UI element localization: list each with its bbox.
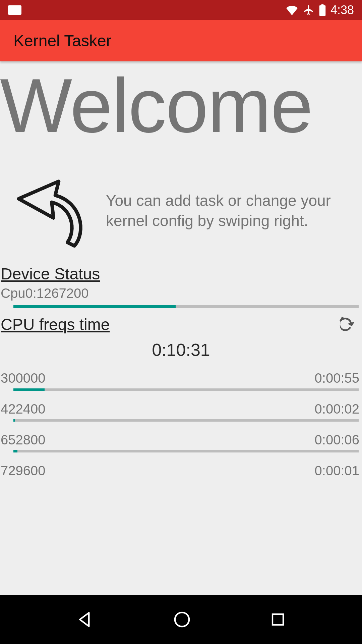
cpu-freqs-header: CPU freqs time <box>0 314 362 334</box>
notification-icon <box>8 5 21 15</box>
app-bar: Kernel Tasker <box>0 20 362 61</box>
freq-value: 729600 <box>1 463 45 478</box>
freq-time: 0:00:01 <box>315 463 359 478</box>
status-bar-left <box>8 5 21 15</box>
freq-rows-container: 3000000:00:554224000:00:026528000:00:067… <box>0 371 362 478</box>
svg-rect-3 <box>273 614 283 625</box>
airplane-mode-icon <box>303 4 314 16</box>
freq-time: 0:00:02 <box>315 401 359 417</box>
hint-text: You can add task or change your kernel c… <box>106 191 362 231</box>
svg-rect-1 <box>321 4 324 6</box>
wifi-icon <box>286 4 298 16</box>
freq-progress <box>13 419 359 422</box>
nav-recent-icon[interactable] <box>270 611 286 628</box>
freq-row: 6528000:00:06 <box>0 432 362 447</box>
freq-progress-fill <box>13 450 17 452</box>
status-bar: 4:38 <box>0 0 362 20</box>
freq-value: 422400 <box>1 401 45 417</box>
refresh-icon[interactable] <box>335 314 355 334</box>
freq-row: 7296000:00:01 <box>0 463 362 478</box>
freq-time: 0:00:06 <box>315 432 359 447</box>
device-status-heading: Device Status <box>0 265 362 283</box>
freq-time: 0:00:55 <box>315 371 359 386</box>
nav-home-icon[interactable] <box>173 610 191 629</box>
battery-icon <box>319 4 326 16</box>
swipe-left-arrow-icon <box>13 167 101 255</box>
welcome-heading: Welcome <box>0 67 362 144</box>
freq-progress-fill <box>13 388 45 391</box>
freq-row: 3000000:00:55 <box>0 371 362 386</box>
content-area[interactable]: Welcome You can add task or change your … <box>0 61 362 595</box>
hint-row: You can add task or change your kernel c… <box>0 167 362 255</box>
freq-value: 652800 <box>1 432 45 447</box>
android-nav-bar <box>0 595 362 644</box>
freq-progress <box>13 388 359 391</box>
cpu0-progress-fill <box>13 305 176 308</box>
freq-value: 300000 <box>1 371 45 386</box>
app-title: Kernel Tasker <box>13 32 112 50</box>
freq-row: 4224000:00:02 <box>0 401 362 417</box>
cpu0-progress <box>13 305 359 308</box>
status-time: 4:38 <box>330 3 354 17</box>
cpu0-label: Cpu0:1267200 <box>0 286 362 301</box>
freq-progress-fill <box>13 419 15 422</box>
nav-back-icon[interactable] <box>76 610 94 629</box>
status-bar-right: 4:38 <box>286 3 354 17</box>
cpu-freqs-total-time: 0:10:31 <box>0 340 362 360</box>
freq-progress <box>13 450 359 452</box>
cpu-freqs-heading: CPU freqs time <box>0 315 110 334</box>
svg-rect-0 <box>319 5 326 16</box>
svg-point-2 <box>175 612 189 627</box>
